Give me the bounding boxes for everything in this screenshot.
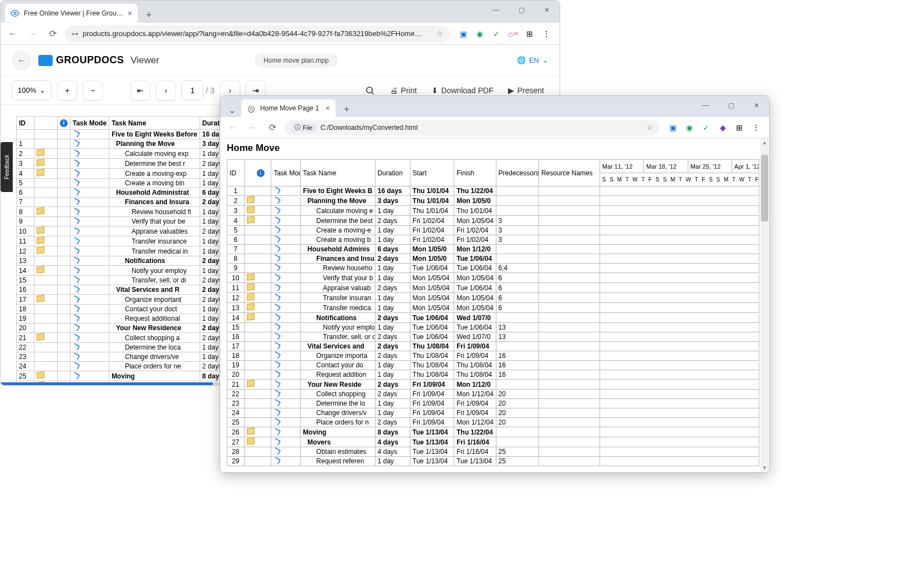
close-icon[interactable]: × (326, 104, 330, 113)
ext-icon[interactable]: ▣ (458, 28, 469, 39)
nav-reload[interactable]: ⟳ (45, 26, 60, 42)
scrollbar-vertical[interactable]: ▲ ▼ (760, 138, 769, 472)
nav-reload[interactable]: ⟳ (265, 120, 280, 135)
table-row[interactable]: 4Determine the best2 daysFri 1/02/04Mon … (227, 216, 759, 226)
cell-id: 23 (17, 352, 34, 362)
table-row[interactable]: 13Transfer medica1 dayMon 1/05/04Mon 1/0… (227, 303, 759, 313)
scroll-up-icon[interactable]: ▲ (760, 138, 769, 146)
cell-gantt (600, 206, 759, 216)
zoom-selector[interactable]: 100% ⌄ (12, 80, 52, 100)
window-minimize[interactable]: — (693, 96, 718, 115)
cell-id: 3 (227, 206, 245, 216)
cell-id: 12 (227, 293, 245, 303)
table-row[interactable]: 9Review househo1 dayTue 1/06/04Tue 1/06/… (227, 264, 759, 273)
cell-taskname: Request addition (301, 370, 375, 380)
cell-id: 26 (227, 427, 245, 437)
page-input[interactable]: 1 (181, 80, 204, 100)
table-row[interactable]: 8Finances and Insu2 daysMon 1/05/0Tue 1/… (227, 254, 759, 264)
menu-icon[interactable]: ⋮ (541, 28, 552, 39)
cell-id: 27 (227, 437, 245, 447)
table-row[interactable]: 11Appraise valuab2 daysMon 1/05/04Tue 1/… (227, 283, 759, 293)
language-selector[interactable]: 🌐 EN ⌄ (517, 56, 549, 64)
window-minimize[interactable]: — (483, 1, 509, 19)
window-close[interactable]: ✕ (744, 96, 769, 115)
extensions-icon[interactable]: ⊞ (734, 122, 745, 133)
table-row[interactable]: 26Moving8 daysTue 1/13/04Thu 1/22/04 (227, 427, 759, 437)
autoschedule-icon (273, 293, 281, 301)
table-row[interactable]: 24Change drivers/v1 dayFri 1/09/04Fri 1/… (227, 408, 759, 418)
cell-taskname: Transfer insuran (301, 293, 375, 303)
cell-id: 3 (17, 159, 34, 169)
groupdocs-logo[interactable]: GROUPDOCS Viewer (38, 54, 159, 66)
bookmark-icon[interactable]: ☆ (436, 29, 443, 38)
page-content[interactable]: Home Move ID i Task Mode Task Name Durat… (220, 138, 769, 472)
new-tab-button[interactable]: + (141, 7, 156, 23)
window-maximize[interactable]: ▢ (509, 1, 534, 19)
table-row[interactable]: 27Movers4 daysTue 1/13/04Fri 1/16/04 (227, 437, 759, 447)
nav-back[interactable]: ← (5, 26, 21, 42)
nav-forward[interactable]: → (245, 120, 260, 135)
extensions-icon[interactable]: ⊞ (524, 28, 535, 39)
scroll-down-icon[interactable]: ▼ (760, 463, 769, 472)
new-tab-button[interactable]: + (339, 102, 354, 117)
cell-info (58, 139, 70, 149)
table-row[interactable]: 10Verify that your b1 dayMon 1/05/04Mon … (227, 273, 759, 283)
feedback-tab[interactable]: Feedback (1, 142, 13, 192)
ext-icon[interactable]: ▣ (667, 122, 678, 133)
app-back-button[interactable]: ← (12, 50, 32, 70)
ext-icon[interactable]: ◉ (474, 28, 485, 39)
nav-forward[interactable]: → (25, 26, 40, 42)
site-info-icon[interactable]: ⊶ (72, 30, 78, 38)
table-row[interactable]: 6Create a moving b1 dayFri 1/02/04Fri 1/… (227, 235, 759, 245)
table-row[interactable]: 12Transfer insuran1 dayMon 1/05/04Mon 1/… (227, 293, 759, 303)
table-row[interactable]: 1Five to Eight Weeks B16 daysThu 1/01/04… (227, 186, 759, 196)
table-row[interactable]: 25Place orders for n2 daysFri 1/09/04Mon… (227, 418, 759, 427)
zoom-in-button[interactable]: + (57, 80, 77, 100)
browser-tab[interactable]: Free Online Viewer | Free Grou… × (5, 4, 138, 23)
ext-icon[interactable]: ⌂16 (507, 28, 519, 39)
autoschedule-icon (273, 206, 281, 214)
bookmark-icon[interactable]: ☆ (647, 124, 653, 132)
menu-icon[interactable]: ⋮ (750, 122, 761, 133)
prev-page-button[interactable]: ‹ (156, 80, 176, 100)
tab-search-button[interactable]: ⌄ (225, 103, 239, 117)
ext-icon[interactable]: ◆ (717, 122, 728, 133)
table-row[interactable]: 22Collect shopping2 daysFri 1/09/04Mon 1… (227, 390, 759, 399)
address-bar[interactable]: ⊶ products.groupdocs.app/viewer/app/?lan… (65, 26, 450, 42)
table-row[interactable]: 14Notifications2 daysTue 1/06/04Wed 1/07… (227, 313, 759, 323)
cell-taskmode (271, 303, 301, 313)
first-page-button[interactable]: ⇤ (130, 80, 150, 100)
cell-taskname: Moving (301, 427, 375, 437)
browser-tab[interactable]: ◎ Home Move Page 1 × (241, 99, 336, 117)
autoschedule-icon (273, 313, 281, 321)
window-maximize[interactable]: ▢ (718, 96, 744, 115)
table-row[interactable]: 29Request referen1 dayTue 1/13/04Tue 1/1… (227, 457, 759, 466)
table-row[interactable]: 20Request addition1 dayThu 1/08/04Thu 1/… (227, 370, 759, 380)
cell-id: 16 (17, 285, 34, 295)
zoom-out-button[interactable]: − (83, 80, 103, 100)
table-row[interactable]: 5Create a moving-e1 dayFri 1/02/04Fri 1/… (227, 226, 759, 235)
table-row[interactable]: 23Determine the lo1 dayFri 1/09/04Fri 1/… (227, 399, 759, 408)
table-row[interactable]: 28Obtain estimates4 daysTue 1/13/04Fri 1… (227, 447, 759, 457)
nav-back[interactable]: ← (225, 120, 240, 135)
table-row[interactable]: 3Calculate moving e1 dayThu 1/01/04Thu 1… (227, 206, 759, 216)
table-row[interactable]: 17Vital Services and2 daysThu 1/08/04Fri… (227, 342, 759, 351)
cell-duration: 1 day (375, 206, 410, 216)
table-row[interactable]: 21Your New Reside2 daysFri 1/09/04Mon 1/… (227, 380, 759, 390)
table-row[interactable]: 16Transfer, sell, or d2 daysTue 1/06/04W… (227, 332, 759, 342)
close-icon[interactable]: × (128, 9, 132, 18)
table-row[interactable]: 2Planning the Move3 daysThu 1/01/04Mon 1… (227, 196, 759, 206)
table-row[interactable]: 15Notify your emplo1 dayTue 1/06/04Tue 1… (227, 323, 759, 332)
window-close[interactable]: ✕ (534, 1, 560, 19)
autoschedule-icon (72, 352, 80, 361)
table-row[interactable]: 19Contact your do1 dayThu 1/08/04Thu 1/0… (227, 361, 759, 370)
scroll-thumb[interactable] (761, 155, 768, 221)
file-origin-chip[interactable]: ⓘFile (291, 123, 316, 132)
table-row[interactable]: 7Household Adminis6 daysMon 1/05/0Mon 1/… (227, 245, 759, 254)
ext-icon[interactable]: ✓ (491, 28, 502, 39)
table-row[interactable]: 18Organize importa2 daysThu 1/08/04Fri 1… (227, 351, 759, 361)
ext-icon[interactable]: ✓ (700, 122, 712, 133)
address-bar[interactable]: ⓘFile C:/Downloads/myConverted.html ☆ (285, 120, 659, 135)
cell-start: Tue 1/13/04 (410, 427, 454, 437)
ext-icon[interactable]: ◉ (684, 122, 695, 133)
